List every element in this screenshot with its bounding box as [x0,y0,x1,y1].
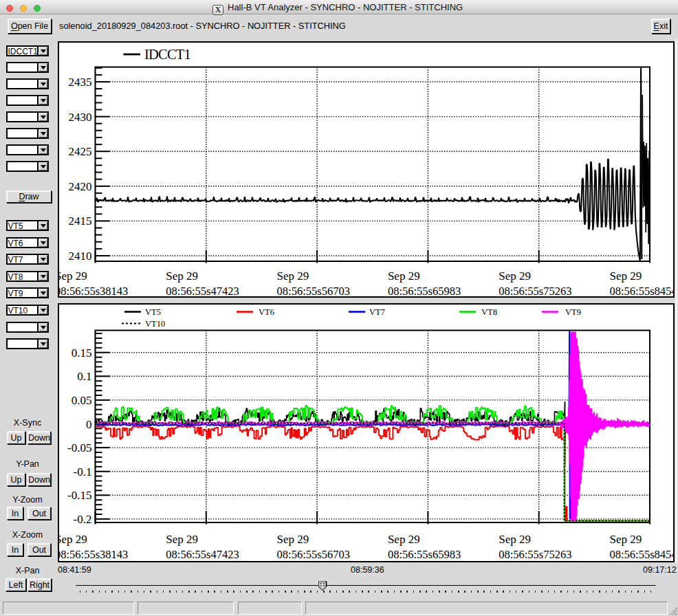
svg-text:VT5: VT5 [145,307,161,317]
svg-text:0.1: 0.1 [77,370,91,383]
svg-text:VT6: VT6 [259,307,274,317]
svg-text:08:56:55s84543: 08:56:55s84543 [610,285,675,298]
svg-text:Sep 29: Sep 29 [277,533,309,546]
svg-text:Sep 29: Sep 29 [499,270,531,283]
svg-text:08:56:55s84543: 08:56:55s84543 [610,548,675,561]
svg-text:08:56:55s56703: 08:56:55s56703 [277,548,350,561]
svg-text:Sep 29: Sep 29 [277,270,309,283]
svg-text:08:56:55s56703: 08:56:55s56703 [277,285,350,298]
svg-text:2410: 2410 [69,250,92,263]
svg-text:VT10: VT10 [145,319,165,329]
svg-text:Sep 29: Sep 29 [388,533,420,546]
svg-text:VT9: VT9 [565,307,581,317]
svg-text:VT7: VT7 [369,307,385,317]
svg-text:VT8: VT8 [481,307,497,317]
svg-text:0.15: 0.15 [72,346,92,360]
svg-text:Sep 29: Sep 29 [610,270,642,283]
svg-text:Sep 29: Sep 29 [610,533,642,546]
svg-text:Sep 29: Sep 29 [388,270,420,283]
svg-text:08:56:55s38143: 08:56:55s38143 [58,285,128,298]
svg-text:08:56:55s38143: 08:56:55s38143 [58,548,128,561]
svg-text:-0.1: -0.1 [74,465,92,478]
svg-text:Sep 29: Sep 29 [499,533,531,546]
svg-text:-0.05: -0.05 [67,441,91,454]
svg-text:08:56:55s75263: 08:56:55s75263 [499,285,571,298]
svg-text:-0.15: -0.15 [67,489,91,502]
svg-text:Sep 29: Sep 29 [58,533,87,546]
svg-text:2425: 2425 [69,145,92,158]
svg-text:2420: 2420 [69,180,92,193]
svg-text:0.05: 0.05 [72,394,92,407]
svg-text:08:56:55s47423: 08:56:55s47423 [166,548,239,561]
svg-text:Sep 29: Sep 29 [166,533,198,546]
svg-text:0: 0 [86,418,92,431]
svg-text:08:56:55s65983: 08:56:55s65983 [388,285,461,298]
svg-text:08:56:55s75263: 08:56:55s75263 [499,548,571,561]
svg-text:2415: 2415 [69,214,92,228]
svg-text:Sep 29: Sep 29 [58,270,87,283]
svg-text:-0.2: -0.2 [74,513,92,526]
svg-text:Sep 29: Sep 29 [166,270,198,283]
svg-text:IDCCT1: IDCCT1 [144,47,191,62]
svg-text:08:56:55s47423: 08:56:55s47423 [166,285,239,298]
svg-text:08:56:55s65983: 08:56:55s65983 [388,548,461,561]
svg-text:2430: 2430 [69,111,92,124]
svg-text:2435: 2435 [69,76,92,89]
